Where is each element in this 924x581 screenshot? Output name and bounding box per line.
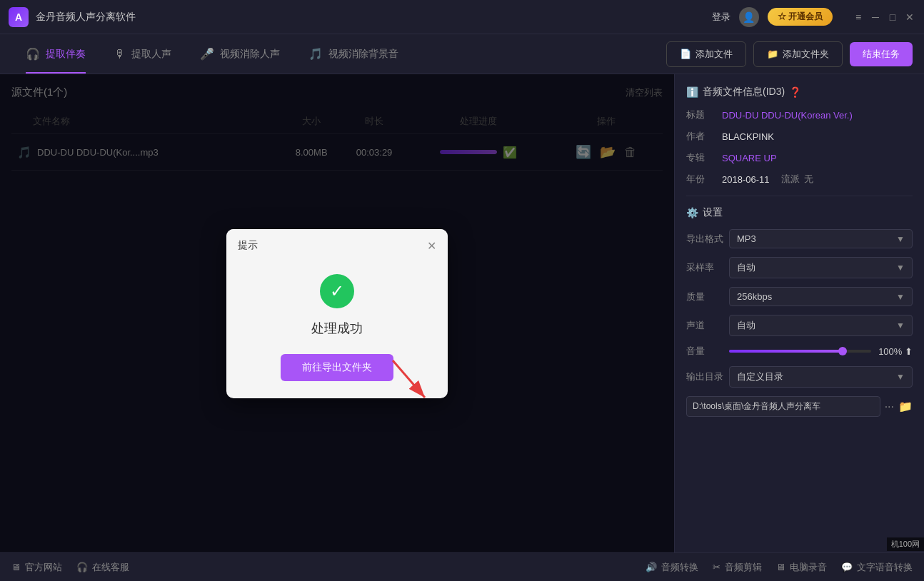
help-icon[interactable]: ❓ bbox=[789, 86, 801, 98]
info-row-album: 专辑 SQUARE UP bbox=[686, 151, 913, 164]
folder-browse-icon[interactable]: 📁 bbox=[898, 400, 913, 413]
modal-close-button[interactable]: ✕ bbox=[427, 239, 436, 253]
info-label-title: 标题 bbox=[686, 108, 722, 121]
modal-body: ✓ 处理成功 bbox=[226, 253, 448, 354]
info-value-year: 2018-06-11 bbox=[722, 174, 770, 185]
file-info-section: ℹ️ 音频文件信息(ID3) ❓ bbox=[686, 86, 913, 98]
info-label-year: 年份 bbox=[686, 173, 722, 186]
success-text: 处理成功 bbox=[311, 320, 363, 337]
bottom-bar: 🖥 官方网站 🎧 在线客服 🔊 音频转换 ✂ 音频剪辑 🖥 电脑录音 💬 文字语… bbox=[0, 552, 924, 581]
info-row-year: 年份 2018-06-11 流派 无 bbox=[686, 173, 913, 186]
info-row-title: 标题 DDU-DU DDU-DU(Korean Ver.) bbox=[686, 108, 913, 121]
text-speech-link[interactable]: 💬 文字语音转换 bbox=[841, 561, 913, 574]
output-dir-row: 输出目录 自定义目录 ▼ bbox=[686, 366, 913, 388]
genre-value: 无 bbox=[804, 173, 813, 186]
modal-overlay: 提示 ✕ ✓ 处理成功 前往导出文件夹 bbox=[0, 74, 674, 552]
quality-label: 质量 bbox=[686, 290, 729, 303]
success-icon: ✓ bbox=[320, 274, 354, 308]
volume-row: 音量 100% ⬆ bbox=[686, 345, 913, 358]
export-folder-button[interactable]: 前往导出文件夹 bbox=[281, 354, 393, 381]
channel-row: 声道 自动 ▼ bbox=[686, 315, 913, 336]
modal-header: 提示 ✕ bbox=[226, 229, 448, 253]
channel-label: 声道 bbox=[686, 319, 729, 332]
main-layout: 源文件(1个) 清空列表 文件名称 大小 时长 处理进度 操作 🎵 bbox=[0, 74, 924, 552]
info-icon: ℹ️ bbox=[686, 86, 698, 98]
sample-rate-label: 采样率 bbox=[686, 261, 729, 274]
monitor-icon: 🖥 bbox=[11, 562, 21, 572]
volume-label: 音量 bbox=[686, 345, 729, 358]
tab-label: 提取伴奏 bbox=[46, 48, 86, 61]
info-label-album: 专辑 bbox=[686, 151, 722, 164]
mic-slash-icon: 🎤 bbox=[200, 47, 214, 61]
modal-footer: 前往导出文件夹 bbox=[226, 354, 448, 398]
tab-extract-vocal[interactable]: 🎙 提取人声 bbox=[100, 34, 186, 74]
tab-remove-vocal-video[interactable]: 🎤 视频消除人声 bbox=[186, 34, 294, 74]
info-value-album: SQUARE UP bbox=[722, 153, 777, 163]
window-controls: ≡ ─ □ ✕ bbox=[853, 11, 915, 23]
chevron-down-icon: ▼ bbox=[896, 263, 905, 273]
quality-select[interactable]: 256kbps ▼ bbox=[729, 287, 913, 306]
info-value-title: DDU-DU DDU-DU(Korean Ver.) bbox=[722, 110, 853, 121]
minimize-button[interactable]: ─ bbox=[870, 11, 881, 23]
divider bbox=[686, 196, 913, 196]
audio-convert-link[interactable]: 🔊 音频转换 bbox=[646, 561, 698, 574]
tab-remove-bg-video[interactable]: 🎵 视频消除背景音 bbox=[294, 34, 413, 74]
title-bar: A 金丹音频人声分离软件 登录 👤 ☆ 开通会员 ≡ ─ □ ✕ bbox=[0, 0, 924, 34]
avatar[interactable]: 👤 bbox=[739, 7, 759, 27]
info-row-author: 作者 BLACKPINK bbox=[686, 130, 913, 143]
maximize-button[interactable]: □ bbox=[887, 11, 898, 23]
tab-label: 视频消除人声 bbox=[220, 48, 280, 61]
login-button[interactable]: 登录 bbox=[712, 11, 730, 24]
chevron-down-icon: ▼ bbox=[896, 234, 905, 244]
modal-title: 提示 bbox=[238, 239, 258, 252]
microphone-icon: 🎙 bbox=[114, 48, 126, 61]
end-task-button[interactable]: 结束任务 bbox=[850, 42, 913, 66]
vip-button[interactable]: ☆ 开通会员 bbox=[768, 8, 833, 26]
audio-convert-icon: 🔊 bbox=[646, 562, 657, 572]
tab-label: 视频消除背景音 bbox=[328, 48, 398, 61]
modal-dialog: 提示 ✕ ✓ 处理成功 前往导出文件夹 bbox=[226, 229, 448, 398]
chevron-down-icon: ▼ bbox=[896, 292, 905, 302]
export-format-row: 导出格式 MP3 ▼ bbox=[686, 229, 913, 248]
add-file-button[interactable]: 📄 添加文件 bbox=[666, 41, 746, 67]
record-icon: 🖥 bbox=[776, 562, 785, 572]
output-path-input[interactable]: D:\tools\桌面\金丹音频人声分离车 bbox=[686, 396, 880, 417]
volume-value: 100% ⬆ bbox=[878, 346, 913, 357]
more-icon[interactable]: ··· bbox=[885, 400, 894, 413]
volume-fill bbox=[729, 350, 843, 353]
add-folder-button[interactable]: 📁 添加文件夹 bbox=[753, 41, 843, 67]
headset-icon: 🎧 bbox=[76, 562, 88, 572]
audio-edit-icon: ✂ bbox=[713, 562, 720, 572]
app-logo: A bbox=[9, 7, 29, 27]
text-speech-icon: 💬 bbox=[841, 562, 853, 572]
settings-icon: ⚙️ bbox=[686, 207, 698, 218]
tab-bar: 🎧 提取伴奏 🎙 提取人声 🎤 视频消除人声 🎵 视频消除背景音 📄 添加文件 … bbox=[0, 34, 924, 74]
tab-label: 提取人声 bbox=[131, 48, 171, 61]
music-slash-icon: 🎵 bbox=[308, 47, 323, 61]
volume-slider[interactable] bbox=[729, 350, 871, 353]
tab-extract-accompaniment[interactable]: 🎧 提取伴奏 bbox=[11, 34, 100, 74]
export-format-select[interactable]: MP3 ▼ bbox=[729, 229, 913, 248]
genre-label: 流派 bbox=[781, 173, 800, 186]
channel-select[interactable]: 自动 ▼ bbox=[729, 315, 913, 336]
output-dir-select[interactable]: 自定义目录 ▼ bbox=[729, 366, 913, 388]
sample-rate-row: 采样率 自动 ▼ bbox=[686, 257, 913, 278]
output-path-row: D:\tools\桌面\金丹音频人声分离车 ··· 📁 bbox=[686, 396, 913, 417]
sample-rate-select[interactable]: 自动 ▼ bbox=[729, 257, 913, 278]
left-panel: 源文件(1个) 清空列表 文件名称 大小 时长 处理进度 操作 🎵 bbox=[0, 74, 674, 552]
website-link[interactable]: 🖥 官方网站 bbox=[11, 561, 62, 574]
title-bar-right: 登录 👤 ☆ 开通会员 ≡ ─ □ ✕ bbox=[712, 7, 915, 27]
quality-row: 质量 256kbps ▼ bbox=[686, 287, 913, 306]
support-link[interactable]: 🎧 在线客服 bbox=[76, 561, 129, 574]
screen-record-link[interactable]: 🖥 电脑录音 bbox=[776, 561, 827, 574]
app-title: 金丹音频人声分离软件 bbox=[36, 11, 712, 24]
watermark: 机100网 bbox=[887, 537, 924, 551]
add-file-icon: 📄 bbox=[680, 49, 691, 59]
chevron-down-icon: ▼ bbox=[896, 320, 905, 330]
menu-button[interactable]: ≡ bbox=[853, 11, 864, 23]
audio-edit-link[interactable]: ✂ 音频剪辑 bbox=[713, 561, 762, 574]
info-value-author: BLACKPINK bbox=[722, 131, 774, 142]
volume-thumb bbox=[838, 347, 847, 355]
chevron-down-icon: ▼ bbox=[896, 372, 905, 382]
close-button[interactable]: ✕ bbox=[904, 11, 915, 23]
